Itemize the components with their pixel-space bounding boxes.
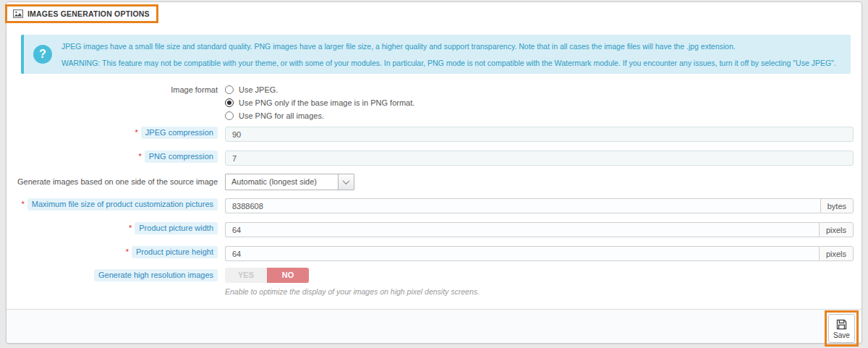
image-side-select[interactable]: Automatic (longest side) [225, 174, 354, 190]
save-icon [835, 318, 848, 331]
panel-footer: Save [7, 309, 861, 343]
chevron-down-icon [343, 177, 350, 184]
title-annotation-box: IMAGES GENERATION OPTIONS [5, 4, 158, 23]
radio-option-use-png-all[interactable]: Use PNG for all images. [225, 109, 854, 122]
info-text-line2: WARNING: This feature may not be compati… [61, 59, 840, 67]
jpeg-compression-input[interactable] [225, 127, 854, 142]
required-asterisk: * [135, 128, 138, 137]
image-icon [13, 9, 23, 18]
high-resolution-label: Generate high resolution images [94, 269, 218, 281]
required-asterisk: * [138, 152, 141, 161]
radio-use-jpeg[interactable] [225, 85, 234, 94]
radio-use-png-all[interactable] [225, 111, 234, 120]
help-icon: ? [33, 45, 52, 64]
image-format-label: Image format [14, 83, 225, 96]
info-box: ? JPEG images have a small file size and… [21, 35, 851, 74]
png-compression-input[interactable] [225, 150, 854, 166]
image-side-label: Generate images based on one side of the… [14, 174, 225, 187]
radio-option-use-jpeg[interactable]: Use JPEG. [225, 83, 854, 96]
required-asterisk: * [21, 200, 24, 208]
radio-label-use-png-all[interactable]: Use PNG for all images. [239, 111, 324, 120]
form-row-max-file-size: *Maximum file size of product customizat… [14, 198, 854, 213]
form-row-image-format: Image format Use JPEG. Use PNG only if t… [14, 83, 854, 122]
picture-width-input[interactable] [225, 222, 819, 237]
max-file-size-unit: bytes [820, 198, 854, 213]
max-file-size-input[interactable] [225, 198, 820, 213]
picture-height-label: Product picture height [132, 246, 218, 258]
radio-label-use-png-if-base[interactable]: Use PNG only if the base image is in PNG… [239, 98, 414, 107]
form-row-jpeg-compression: *JPEG compression [14, 127, 854, 142]
image-side-selected-value: Automatic (longest side) [226, 174, 338, 190]
panel-header: IMAGES GENERATION OPTIONS [7, 2, 861, 24]
picture-height-unit: pixels [819, 246, 854, 261]
radio-option-use-png-if-base[interactable]: Use PNG only if the base image is in PNG… [225, 96, 854, 109]
picture-width-unit: pixels [819, 222, 854, 237]
png-compression-label: PNG compression [145, 150, 218, 163]
save-annotation-box: Save [825, 310, 859, 347]
form-row-high-resolution-help: Enable to optimize the display of your i… [14, 287, 854, 296]
save-button-label: Save [833, 331, 850, 339]
required-asterisk: * [129, 224, 132, 232]
info-text-line1: JPEG images have a small file size and s… [61, 42, 840, 51]
form-row-picture-height: *Product picture height pixels [14, 246, 854, 261]
high-resolution-yes-button[interactable]: YES [225, 268, 267, 283]
form-row-png-compression: *PNG compression [14, 150, 854, 166]
radio-use-png-if-base[interactable] [225, 98, 234, 107]
form-row-image-side: Generate images based on one side of the… [14, 174, 854, 190]
select-arrow-button[interactable] [338, 174, 354, 190]
images-generation-options-panel: IMAGES GENERATION OPTIONS ? JPEG images … [6, 1, 862, 344]
picture-width-label: Product picture width [135, 222, 218, 234]
picture-height-input[interactable] [225, 246, 819, 261]
form-row-high-resolution: Generate high resolution images YES NO [14, 268, 854, 283]
radio-label-use-jpeg[interactable]: Use JPEG. [239, 85, 278, 94]
high-resolution-no-button[interactable]: NO [267, 268, 309, 283]
page-title: IMAGES GENERATION OPTIONS [27, 9, 150, 18]
high-resolution-help-text: Enable to optimize the display of your i… [225, 287, 480, 296]
jpeg-compression-label: JPEG compression [141, 127, 218, 139]
form-row-picture-width: *Product picture width pixels [14, 222, 854, 237]
required-asterisk: * [126, 247, 129, 256]
image-format-options: Use JPEG. Use PNG only if the base image… [225, 83, 854, 122]
high-resolution-toggle: YES NO [225, 268, 309, 283]
save-button[interactable]: Save [828, 314, 855, 343]
max-file-size-label: Maximum file size of product customizati… [27, 198, 218, 211]
